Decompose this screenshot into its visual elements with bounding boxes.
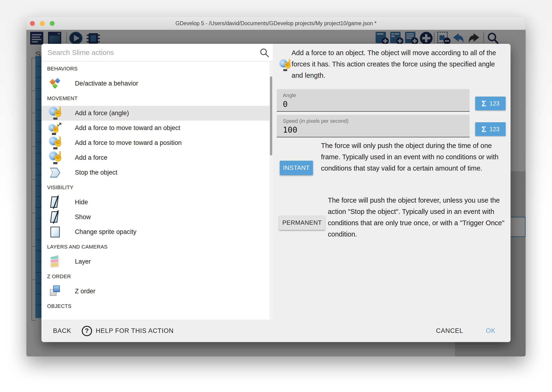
back-button[interactable]: BACK [53, 327, 71, 335]
section-header-movement: MOVEMENT [41, 91, 273, 106]
dialog-footer: BACK ? HELP FOR THIS ACTION CANCEL OK [41, 320, 511, 342]
speed-field-value[interactable]: 100 [283, 125, 297, 134]
behavior-icon [49, 77, 63, 91]
list-item-show[interactable]: Show [41, 210, 273, 224]
list-scrollbar-thumb[interactable] [270, 76, 272, 155]
list-item-change-sprite-opacity[interactable]: Change sprite opacity [41, 224, 273, 239]
search-input[interactable] [48, 47, 255, 58]
desktop: GDevelop 5 - /Users/david/Documents/GDev… [0, 0, 552, 392]
sigma-icon: Σ [481, 99, 486, 108]
list-item-add-force-toward-position[interactable]: ☝ Add a force to move toward a position [41, 135, 273, 150]
permanent-description: The force will push the object forever, … [328, 195, 511, 240]
section-header-layers-cameras: LAYERS AND CAMERAS [41, 239, 273, 254]
action-chooser-dialog: BEHAVIORS De/activate a behavior MOVEMEN… [41, 44, 511, 342]
add-force-icon: ☝ [49, 136, 63, 150]
window-title: GDevelop 5 - /Users/david/Documents/GDev… [26, 20, 526, 27]
list-item-add-force[interactable]: ☝ Add a force [41, 150, 273, 165]
window-titlebar: GDevelop 5 - /Users/david/Documents/GDev… [26, 17, 526, 30]
add-force-icon: ☝ [49, 151, 63, 165]
add-force-icon: ☝ [49, 106, 63, 120]
instant-button[interactable]: INSTANT [280, 161, 313, 175]
opacity-icon [49, 225, 63, 239]
section-header-z-order: Z ORDER [41, 269, 273, 284]
list-item-add-force-toward-object[interactable]: ↗☝ Add a force to move toward an object [41, 121, 273, 135]
action-list: BEHAVIORS De/activate a behavior MOVEMEN… [41, 61, 273, 320]
speed-field-label: Speed (in pixels per second) [283, 118, 349, 124]
stop-object-icon [49, 166, 63, 180]
instant-description: The force will only push the object duri… [321, 140, 511, 174]
speed-expression-button[interactable]: Σ 123 [475, 122, 506, 136]
sigma-icon: Σ [481, 125, 486, 134]
list-item-add-force-angle[interactable]: ☝ Add a force (angle) [41, 106, 273, 121]
ok-button[interactable]: OK [486, 327, 496, 335]
permanent-button[interactable]: PERMANENT [279, 216, 325, 230]
window-content: Sta dd... [26, 30, 526, 357]
list-scrollbar-track[interactable] [269, 61, 273, 320]
section-header-objects: OBJECTS [41, 299, 273, 314]
help-icon: ? [82, 326, 92, 336]
help-button[interactable]: ? HELP FOR THIS ACTION [82, 326, 174, 336]
list-item-deactivate-behavior[interactable]: De/activate a behavior [41, 76, 273, 91]
gdevelop-window: GDevelop 5 - /Users/david/Documents/GDev… [26, 17, 526, 357]
angle-field[interactable]: Angle 0 [277, 89, 469, 112]
section-header-visibility: VISIBILITY [41, 180, 273, 195]
list-item-hide[interactable]: Hide [41, 195, 273, 210]
add-force-toward-object-icon: ↗☝ [49, 121, 63, 135]
action-description: Add a force to an object. The object wil… [281, 47, 500, 81]
speed-field[interactable]: Speed (in pixels per second) 100 [277, 115, 469, 137]
cancel-button[interactable]: CANCEL [436, 327, 463, 335]
list-item-z-order[interactable]: Z order [41, 284, 273, 299]
search-bar [41, 44, 273, 61]
list-item-stop-object[interactable]: Stop the object [41, 165, 273, 180]
search-icon [260, 48, 269, 59]
z-order-icon [49, 285, 63, 298]
angle-field-label: Angle [283, 92, 296, 98]
action-details-panel: ☝ Add a force to an object. The object w… [273, 44, 511, 320]
angle-expression-button[interactable]: Σ 123 [475, 97, 506, 110]
layer-icon [49, 255, 63, 269]
action-list-panel: BEHAVIORS De/activate a behavior MOVEMEN… [41, 44, 273, 320]
list-item-layer[interactable]: Layer [41, 254, 273, 269]
hide-icon [49, 196, 63, 209]
angle-field-value[interactable]: 0 [283, 99, 288, 109]
show-icon [49, 210, 63, 224]
section-header-behaviors: BEHAVIORS [41, 61, 273, 76]
